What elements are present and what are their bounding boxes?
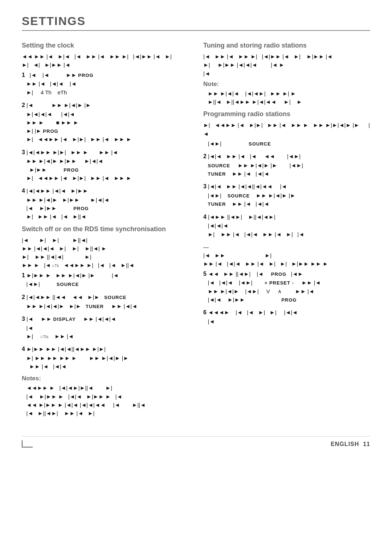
setting-clock-intro: ◄◄ ►► |◄ ►|◄ |◄ ►► |◄ ►► ►| |◄|►► |◄ ►| … — [22, 52, 189, 69]
programming-section: Programming radio stations ►| ◄◄►► |◄ ►|… — [203, 110, 370, 326]
prog-step-2: 2 |◄|◄ ►► |◄ |◄ ◄◄ |◄►| SOURCE ►► ►|◄|► … — [203, 152, 370, 178]
rds-section: Switch off or on the RDS time synchronis… — [22, 225, 189, 418]
setting-clock-section: Setting the clock ◄◄ ►► |◄ ►|◄ |◄ ►► |◄ … — [22, 42, 189, 221]
programming-extra: — |◄ ►► ►| ►► |◄ |◄|◄ ►► |◄ ►| ►| ►|►► ►… — [203, 243, 370, 268]
tuning-intro: |◄ ►► |◄ ►► ►| |◄|►► |◄ ►| ►|►► |◄ ►| ►|… — [203, 52, 370, 78]
prog-step-4: 4 |◄►► ||◄►| ►||◄|◄►| |◄|◄|◄ ►| ►► |◄ |◄… — [203, 213, 370, 238]
prog-step-1: |◄►| SOURCE — [203, 139, 370, 148]
rds-step-2: 2 |◄|◄►► ||◄◄ ◄◄ ►|► SOURCE ►► ►|◄|◄|► ►… — [22, 293, 189, 310]
right-column: Tuning and storing radio stations |◄ ►► … — [203, 42, 370, 422]
left-column: Setting the clock ◄◄ ►► |◄ ►|◄ |◄ ►► |◄ … — [22, 42, 189, 422]
page-title: SETTINGS — [22, 15, 370, 31]
rds-title: Switch off or on the RDS time synchronis… — [22, 225, 189, 233]
page-footer: ENGLISH 11 — [22, 436, 370, 447]
clock-step-2: 2 |◄ ►► ►|◄|► |► ►|◄|◄|◄ |◄|◄ ►► ► ■ ►► … — [22, 101, 189, 144]
programming-intro: ►| ◄◄►► |◄ ►|►| ►► |◄ ►► ► ►► ►|►|◄|► |►… — [203, 121, 370, 138]
rds-notes-label: Notes: — [22, 375, 189, 382]
rds-step-3: 3 |◄ ►► DISPLAY ►► |◄|◄|◄ |◄ ►| i-Tfs ►►… — [22, 315, 189, 340]
rds-step-1: 1 ►|►► ► ►► ►|◄|► |► |◄ |◄►| SOURCE — [22, 271, 189, 289]
rds-step-4: 4 ►|►► ►► |◄|◄||◄►► ►|►| ►| ►► ►► ►► ► ►… — [22, 345, 189, 371]
rds-notes: Notes: ◄◄►► ► |◄|◄►|►||◄ ►| |◄ ►|►► ► |◄… — [22, 375, 189, 417]
tuning-section: Tuning and storing radio stations |◄ ►► … — [203, 42, 370, 106]
clock-step-4: 4 |◄|◄►► |◄|◄ ►|►► ►► ►|◄|► ►|►► ►|◄|◄ |… — [22, 187, 189, 221]
rds-intro: |◄ ►| ►| ►||◄| ►► |◄|◄|◄ ►| ►| ►||◄| ► ►… — [22, 236, 189, 270]
programming-title: Programming radio stations — [203, 110, 370, 118]
prog-step-3: 3 |◄|◄ ►► |◄|◄||◄|◄◄ |◄ |◄►| SOURCE ►► ►… — [203, 182, 370, 208]
rds-notes-content: ◄◄►► ► |◄|◄►|►||◄ ►| |◄ ►|►► ► |◄|◄ ►|►►… — [22, 384, 189, 417]
clock-step-1: 1 |◄ |◄ ►► PROG ►► |◄ |◄|◄ |◄ ►| 4 Th eT… — [22, 71, 189, 97]
tuning-note-content: ►► ►|◄|◄ |◄|◄►| ►► ►| ► ►||◄ ►||◄►► ►|◄|… — [203, 89, 370, 106]
tuning-note-label: Note: — [203, 81, 370, 88]
footer-language: ENGLISH 11 — [331, 441, 370, 447]
prog-step-6: 6 ◄◄◄► |◄ |◄ ►| ►| |◄|◄ |◄ — [203, 308, 370, 326]
setting-clock-title: Setting the clock — [22, 42, 189, 49]
tuning-title: Tuning and storing radio stations — [203, 42, 370, 49]
prog-step-5: 5 ◄◄ ►► ||◄►| |◄ PROG |◄► |◄ |◄|◄ |◄►| +… — [203, 270, 370, 304]
footer-corner-mark — [22, 440, 33, 447]
clock-step-3: 3 |◄|◄►► ►|►| ►► ► ►► |◄ ►► ►|◄|► ►|►► ►… — [22, 148, 189, 183]
